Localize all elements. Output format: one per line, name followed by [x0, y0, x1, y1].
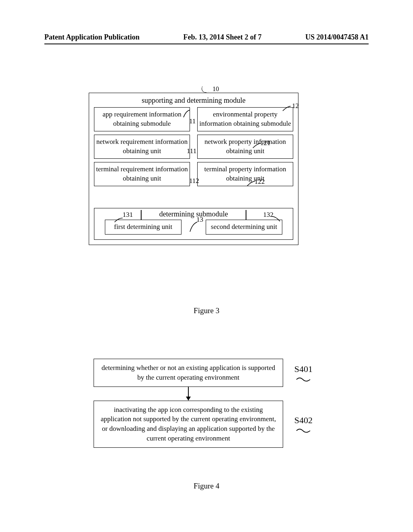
submodule-12: environmental property information obtai…	[197, 107, 293, 131]
header-center: Feb. 13, 2014 Sheet 2 of 7	[184, 33, 262, 42]
submodule-11: app requirement information obtaining su…	[94, 107, 190, 131]
module-10: supporting and determining module 11 12 …	[89, 93, 298, 245]
page-header: Patent Application Publication Feb. 13, …	[44, 33, 369, 42]
submodule-13: 131 determining submodule 132 first dete…	[94, 208, 293, 240]
figure-4-flowchart: determining whether or not an existing a…	[94, 359, 283, 448]
step-s402-text: inactivating the app icon corresponding …	[101, 406, 276, 442]
ref-111: 111	[187, 147, 196, 155]
leader-s402-icon	[296, 428, 311, 434]
ref-s402: S402	[294, 414, 313, 427]
ref-s401: S401	[294, 363, 313, 375]
header-rule	[44, 44, 369, 44]
step-s402-label: S402	[294, 414, 313, 434]
step-s402: inactivating the app icon corresponding …	[94, 401, 283, 448]
figure-3-diagram: 10 supporting and determining module 11 …	[89, 93, 298, 245]
submodule-13-title: determining submodule	[159, 210, 228, 218]
ref-132: 132	[263, 211, 274, 219]
arrow-stem-icon	[188, 387, 189, 397]
ref-122: 122	[254, 178, 265, 186]
leader-s401-icon	[296, 376, 311, 382]
unit-122: terminal property information obtaining …	[197, 162, 293, 186]
header-right: US 2014/0047458 A1	[305, 33, 369, 42]
ref-121: 121	[260, 139, 271, 147]
unit-132: second determining unit	[206, 220, 282, 235]
unit-121: network property information obtaining u…	[197, 135, 293, 159]
ref-10: 10	[213, 85, 219, 92]
unit-131: first determining unit	[105, 220, 181, 235]
ref-112: 112	[189, 177, 199, 185]
step-s401: determining whether or not an existing a…	[94, 359, 283, 387]
ref-11: 11	[189, 117, 196, 125]
ref-10-leader: 10	[202, 85, 219, 93]
unit-112: terminal requirement information obtaini…	[94, 162, 190, 186]
right-column: environmental property information obtai…	[197, 107, 293, 186]
header-left: Patent Application Publication	[44, 33, 140, 42]
figure-3-caption: Figure 3	[0, 306, 413, 315]
leader-hook-icon	[201, 86, 209, 93]
arrow-s401-to-s402	[186, 387, 191, 401]
submodule-13-row: first determining unit second determinin…	[100, 220, 287, 235]
ref-12: 12	[292, 102, 299, 110]
ref-131: 131	[123, 211, 133, 219]
module-10-title: supporting and determining module	[94, 96, 293, 105]
step-s401-text: determining whether or not an existing a…	[102, 364, 275, 381]
step-s401-label: S401	[294, 363, 313, 382]
page: Patent Application Publication Feb. 13, …	[0, 0, 413, 532]
figure-4-caption: Figure 4	[0, 482, 413, 490]
left-column: app requirement information obtaining su…	[94, 107, 190, 186]
unit-111: network requirement information obtainin…	[94, 135, 190, 159]
arrow-down-icon	[186, 397, 191, 401]
